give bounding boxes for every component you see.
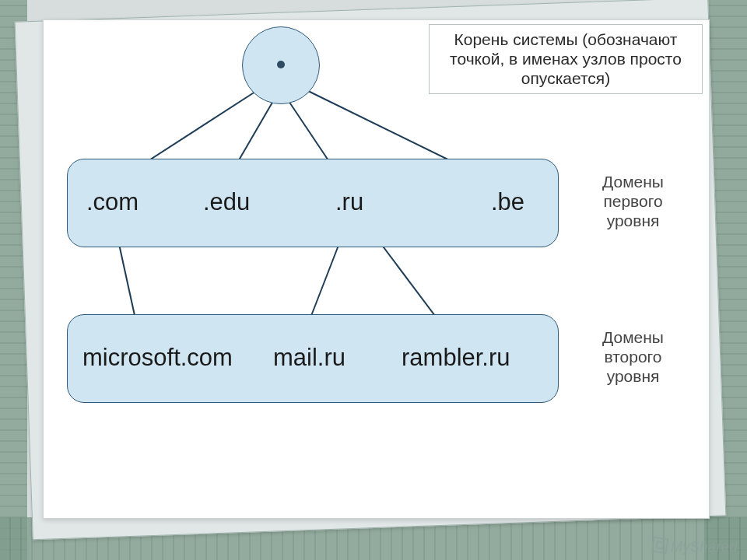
root-dot-icon bbox=[277, 61, 285, 68]
level1-caption: Домены первого уровня bbox=[580, 172, 686, 231]
watermark-text: MyShared bbox=[671, 539, 738, 555]
root-description: Корень системы (обозначают точкой, в име… bbox=[429, 24, 703, 94]
tld-com: .com bbox=[86, 188, 139, 216]
tree-connectors bbox=[44, 20, 709, 518]
watermark-icon bbox=[651, 537, 669, 555]
level2-caption: Домены второго уровня bbox=[580, 327, 686, 387]
tld-be: .be bbox=[491, 188, 524, 216]
sld-rambler: rambler.ru bbox=[402, 344, 510, 372]
tld-container bbox=[67, 159, 559, 247]
tld-ru: .ru bbox=[335, 188, 363, 216]
slide-stage: Корень системы (обозначают точкой, в име… bbox=[0, 0, 747, 560]
main-card: Корень системы (обозначают точкой, в име… bbox=[43, 19, 710, 519]
tld-edu: .edu bbox=[203, 188, 250, 216]
sld-microsoft: microsoft.com bbox=[82, 344, 233, 372]
watermark: MyShared bbox=[652, 537, 738, 555]
sld-mail: mail.ru bbox=[273, 344, 345, 372]
